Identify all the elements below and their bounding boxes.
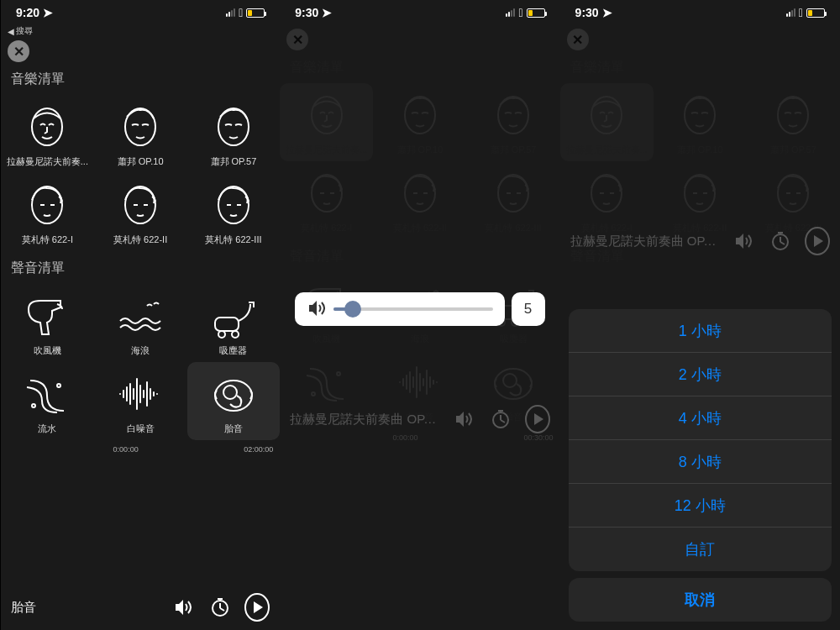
status-bar: 9:30➤ 􀙇 — [280, 0, 559, 25]
music-item[interactable]: 蕭邦 OP.10 — [654, 83, 747, 161]
timer-cancel[interactable]: 取消 — [569, 578, 832, 622]
battery-icon — [246, 8, 265, 18]
music-item[interactable]: 蕭邦 OP.57 — [187, 95, 281, 173]
status-bar: 9:30➤ 􀙇 — [560, 0, 840, 25]
timer-action-sheet: 1 小時 2 小時 4 小時 8 小時 12 小時 自訂 取消 — [569, 309, 832, 622]
sound-item[interactable]: 白噪音 — [94, 362, 187, 440]
screen-3: 9:30➤ 􀙇 ✕ 音樂清單 拉赫曼尼諾夫前奏... 蕭邦 OP.10 蕭邦 O… — [560, 0, 840, 630]
close-button[interactable]: ✕ — [8, 40, 29, 62]
music-item[interactable]: 蕭邦 OP.57 — [466, 83, 559, 161]
timer-button[interactable] — [207, 595, 233, 620]
close-button[interactable]: ✕ — [567, 29, 589, 50]
music-item[interactable]: 莫札特 622-II — [94, 173, 187, 251]
timer-option-custom[interactable]: 自訂 — [569, 528, 832, 571]
music-item[interactable]: 莫札特 622-I — [280, 161, 373, 239]
volume-button[interactable] — [171, 595, 196, 620]
music-item-selected[interactable]: 拉赫曼尼諾夫前奏... — [560, 83, 654, 161]
sound-item[interactable]: 流水 — [1, 362, 94, 440]
volume-overlay: 5 — [295, 292, 544, 326]
volume-value[interactable]: 5 — [512, 292, 545, 326]
sound-item[interactable]: 海浪 — [94, 284, 187, 362]
volume-button[interactable] — [451, 407, 476, 432]
wifi-icon: 􀙇 — [518, 6, 522, 19]
battery-icon — [527, 8, 545, 18]
clock: 9:20 — [16, 6, 39, 19]
battery-icon — [806, 8, 825, 18]
sound-item[interactable]: 吸塵器 — [187, 284, 281, 362]
sound-item[interactable]: 吹風機 — [1, 284, 94, 362]
timer-option[interactable]: 2 小時 — [569, 353, 832, 396]
music-item[interactable]: 蕭邦 OP.10 — [373, 83, 466, 161]
volume-thumb[interactable] — [344, 301, 361, 318]
location-icon: ➤ — [322, 6, 332, 19]
play-button[interactable] — [525, 407, 550, 432]
timer-option[interactable]: 8 小時 — [569, 440, 832, 484]
screen-2: 9:30➤ 􀙇 ✕ 音樂清單 拉赫曼尼諾夫前奏... 蕭邦 OP.10 蕭邦 O… — [280, 0, 559, 630]
music-item[interactable]: 蕭邦 OP.10 — [94, 95, 187, 173]
status-bar: 9:20➤ 􀙇 — [1, 0, 280, 25]
timer-option[interactable]: 12 小時 — [569, 484, 832, 528]
timer-button[interactable] — [488, 407, 513, 432]
signal-icon — [506, 8, 515, 17]
close-button[interactable]: ✕ — [286, 29, 308, 50]
music-item-selected[interactable]: 拉赫曼尼諾夫前奏... — [280, 83, 373, 161]
music-item[interactable]: 莫札特 622-III — [466, 161, 559, 239]
music-item[interactable]: 莫札特 622-III — [187, 173, 281, 251]
back-to-search[interactable]: ◀ 搜尋 — [1, 25, 280, 37]
location-icon: ➤ — [43, 6, 53, 19]
music-grid: 拉赫曼尼諾夫前奏... 蕭邦 OP.10 蕭邦 OP.57 莫札特 622-I … — [1, 95, 280, 251]
speaker-icon — [307, 298, 325, 320]
sound-item-selected[interactable]: 胎音 — [187, 362, 281, 440]
play-button[interactable] — [244, 595, 270, 620]
sound-grid: 吹風機 海浪 吸塵器 流水 白噪音 胎音 — [1, 284, 280, 440]
timer-option[interactable]: 1 小時 — [569, 309, 832, 353]
music-item[interactable]: 莫札特 622-I — [1, 173, 94, 251]
play-button[interactable] — [805, 228, 830, 254]
volume-track[interactable] — [333, 307, 492, 311]
music-header: 音樂清單 — [1, 62, 280, 95]
now-playing-title: 拉赫曼尼諾夫前奏曲 OP.32 — [570, 234, 719, 249]
wifi-icon: 􀙇 — [239, 6, 243, 19]
clock: 9:30 — [575, 6, 599, 19]
signal-icon — [226, 8, 235, 17]
now-playing-title: 拉赫曼尼諾夫前奏曲 OP.32 — [290, 412, 438, 428]
progress-times: 0:00:0002:00:00 — [1, 440, 280, 454]
location-icon: ➤ — [602, 6, 612, 19]
signal-icon — [786, 8, 795, 17]
screen-1: 9:20➤ 􀙇 ◀ 搜尋 ✕ 音樂清單 拉赫曼尼諾夫前奏... 蕭邦 OP.10… — [0, 0, 280, 630]
sound-header: 聲音清單 — [1, 251, 280, 284]
now-playing-title: 胎音 — [11, 600, 159, 616]
music-item[interactable]: 蕭邦 OP.57 — [747, 83, 840, 161]
volume-button[interactable] — [731, 228, 756, 254]
wifi-icon: 􀙇 — [799, 6, 803, 19]
music-item[interactable]: 莫札特 622-II — [373, 161, 466, 239]
music-item[interactable]: 拉赫曼尼諾夫前奏... — [1, 95, 94, 173]
volume-slider[interactable] — [295, 292, 504, 326]
timer-button[interactable] — [768, 228, 793, 254]
player-bar: 胎音 — [1, 595, 280, 620]
clock: 9:30 — [295, 6, 318, 19]
timer-option[interactable]: 4 小時 — [569, 396, 832, 440]
